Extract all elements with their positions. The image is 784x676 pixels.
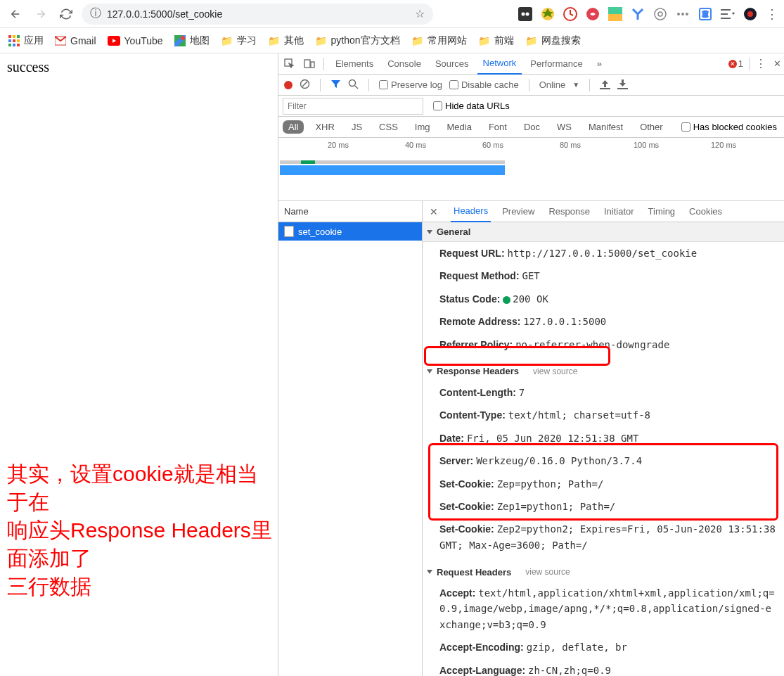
ext-icon-2[interactable] xyxy=(541,7,555,21)
list-header-name[interactable]: Name xyxy=(278,201,422,222)
bookmark-star-icon[interactable]: ☆ xyxy=(415,7,425,20)
clear-icon[interactable] xyxy=(300,79,310,91)
address-bar[interactable]: ⓘ 127.0.0.1:5000/set_cookie ☆ xyxy=(82,4,433,25)
disable-cache-check[interactable]: Disable cache xyxy=(449,79,519,90)
timeline[interactable]: 20 ms 40 ms 60 ms 80 ms 100 ms 120 ms xyxy=(278,138,784,201)
filter-manifest[interactable]: Manifest xyxy=(583,120,629,134)
timeline-bar xyxy=(280,160,512,174)
detail-tab-preview[interactable]: Preview xyxy=(499,201,537,222)
gmail-icon xyxy=(55,35,66,46)
filter-xhr[interactable]: XHR xyxy=(309,120,340,134)
svg-point-22 xyxy=(181,36,185,40)
settings-icon[interactable]: ⋮ xyxy=(755,57,766,70)
resp-date: Date: Fri, 05 Jun 2020 12:51:38 GMT xyxy=(423,427,784,449)
menu-icon[interactable]: ⋮ xyxy=(766,6,778,22)
ext-icon-10[interactable] xyxy=(721,7,735,21)
ext-icon-4[interactable] xyxy=(586,7,600,21)
ext-icon-1[interactable] xyxy=(518,7,532,21)
svg-rect-31 xyxy=(301,160,315,164)
view-source-request[interactable]: view source xyxy=(525,567,570,577)
filter-doc[interactable]: Doc xyxy=(518,120,546,134)
filter-other[interactable]: Other xyxy=(634,120,669,134)
network-toolbar: Preserve log Disable cache Online ▼ xyxy=(278,75,784,96)
url-text: 127.0.0.1:5000/set_cookie xyxy=(107,8,409,20)
ext-icon-9[interactable] xyxy=(698,7,712,21)
inspect-icon[interactable] xyxy=(281,56,298,72)
folder-icon: 📁 xyxy=(221,35,233,46)
detail-tab-initiator[interactable]: Initiator xyxy=(601,201,637,222)
section-response-headers[interactable]: Response Headersview source xyxy=(423,362,784,381)
bookmark-netdisk[interactable]: 📁网盘搜索 xyxy=(525,34,581,47)
hide-data-urls-check[interactable]: Hide data URLs xyxy=(433,101,510,111)
request-list: Name set_cookie xyxy=(278,201,423,676)
bookmark-maps[interactable]: 地图 xyxy=(174,34,210,47)
preserve-log-check[interactable]: Preserve log xyxy=(379,79,442,90)
resp-server: Server: Werkzeug/0.16.0 Python/3.7.4 xyxy=(423,449,784,472)
resp-content-type: Content-Type: text/html; charset=utf-8 xyxy=(423,404,784,426)
detail-tab-headers[interactable]: Headers xyxy=(451,201,491,222)
info-icon: ⓘ xyxy=(90,6,101,21)
bookmark-frontend[interactable]: 📁前端 xyxy=(478,34,514,47)
filter-media[interactable]: Media xyxy=(441,120,477,134)
upload-icon[interactable] xyxy=(600,79,610,91)
download-icon[interactable] xyxy=(617,79,628,91)
section-request-headers[interactable]: Request Headersview source xyxy=(423,562,784,582)
filter-img[interactable]: Img xyxy=(409,120,436,134)
filter-ws[interactable]: WS xyxy=(551,120,577,134)
filter-icon[interactable] xyxy=(330,79,341,91)
svg-point-1 xyxy=(522,12,525,15)
tab-sources[interactable]: Sources xyxy=(430,53,475,75)
blocked-cookies-check[interactable]: Has blocked cookies xyxy=(681,122,777,132)
view-source-response[interactable]: view source xyxy=(533,366,577,376)
filter-css[interactable]: CSS xyxy=(373,120,404,134)
tab-performance[interactable]: Performance xyxy=(525,53,588,75)
detail-tabs: ✕ Headers Preview Response Initiator Tim… xyxy=(423,201,784,222)
record-button[interactable] xyxy=(284,81,293,89)
tab-more[interactable]: » xyxy=(591,53,608,75)
tab-elements[interactable]: Elements xyxy=(330,53,379,75)
ext-icon-3[interactable] xyxy=(563,7,577,21)
filter-all[interactable]: All xyxy=(283,120,304,134)
annotation-text: 其实，设置cookie就是相当于在 响应头Response Headers里面添… xyxy=(7,460,278,601)
device-icon[interactable] xyxy=(301,56,318,72)
throttling-caret-icon[interactable]: ▼ xyxy=(572,81,579,89)
youtube-icon xyxy=(108,36,120,46)
svg-rect-15 xyxy=(721,13,728,15)
ext-icon-5[interactable] xyxy=(608,7,622,21)
filter-input[interactable] xyxy=(283,98,423,115)
folder-icon: 📁 xyxy=(268,35,280,46)
ext-icon-7[interactable] xyxy=(653,7,667,21)
bookmark-other[interactable]: 📁其他 xyxy=(268,34,304,47)
filter-font[interactable]: Font xyxy=(483,120,513,134)
back-button[interactable] xyxy=(6,4,25,24)
error-count[interactable]: ✕1 xyxy=(728,58,743,69)
close-detail-icon[interactable]: ✕ xyxy=(425,206,442,217)
search-icon[interactable] xyxy=(348,79,359,91)
bookmark-pydocs[interactable]: 📁python官方文档 xyxy=(315,34,400,47)
tab-network[interactable]: Network xyxy=(477,53,522,75)
folder-icon: 📁 xyxy=(411,35,423,46)
svg-rect-16 xyxy=(721,18,731,19)
filter-js[interactable]: JS xyxy=(346,120,368,134)
reload-button[interactable] xyxy=(56,4,76,24)
detail-tab-response[interactable]: Response xyxy=(546,201,593,222)
ext-icon-8[interactable] xyxy=(676,7,690,21)
ext-icon-11[interactable] xyxy=(743,7,757,21)
bookmark-gmail[interactable]: Gmail xyxy=(55,35,96,46)
close-devtools-icon[interactable]: ✕ xyxy=(773,58,781,69)
svg-point-18 xyxy=(747,11,753,17)
detail-tab-cookies[interactable]: Cookies xyxy=(686,201,725,222)
bookmark-study[interactable]: 📁学习 xyxy=(221,34,257,47)
resp-set-cookie-2: Set-Cookie: Zep1=python1; Path=/ xyxy=(423,495,784,518)
ext-icon-6[interactable] xyxy=(631,7,645,21)
bookmark-youtube[interactable]: YouTube xyxy=(108,35,163,46)
section-general[interactable]: General xyxy=(423,222,784,242)
detail-tab-timing[interactable]: Timing xyxy=(645,201,679,222)
request-row-set-cookie[interactable]: set_cookie xyxy=(278,222,422,241)
bookmark-common[interactable]: 📁常用网站 xyxy=(411,34,467,47)
svg-point-9 xyxy=(658,12,662,16)
bookmark-apps[interactable]: 应用 xyxy=(8,34,44,47)
throttling-select[interactable]: Online xyxy=(539,79,566,90)
tab-console[interactable]: Console xyxy=(382,53,427,75)
forward-button[interactable] xyxy=(31,4,51,24)
